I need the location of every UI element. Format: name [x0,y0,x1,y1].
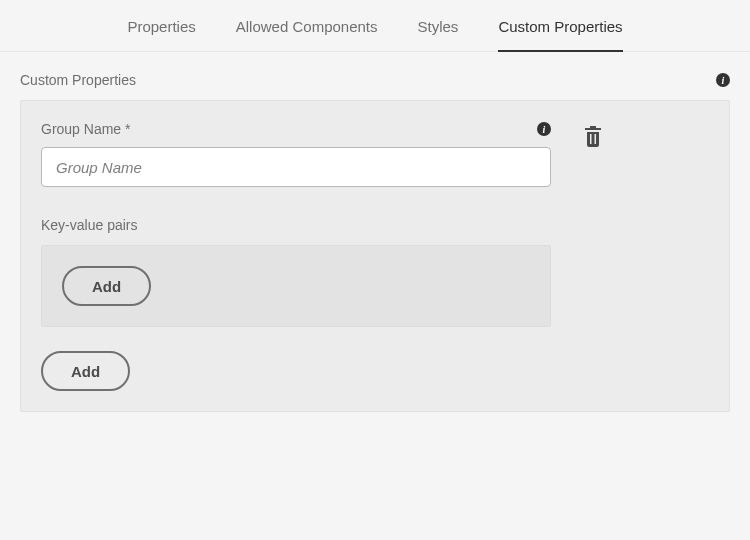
kv-pairs-panel: Add [41,245,551,327]
tab-custom-properties[interactable]: Custom Properties [498,18,622,51]
add-kv-button[interactable]: Add [62,266,151,306]
delete-group-button[interactable] [579,121,607,151]
section-title: Custom Properties [20,72,136,88]
tab-allowed-components[interactable]: Allowed Components [236,18,378,51]
add-group-button[interactable]: Add [41,351,130,391]
tab-properties[interactable]: Properties [127,18,195,51]
group-name-label-row: Group Name * i [41,121,551,137]
content-area: Custom Properties i Group Name * i Key-v… [0,52,750,432]
group-name-label: Group Name * [41,121,130,137]
add-group-row: Add [41,351,709,391]
tabs-bar: Properties Allowed Components Styles Cus… [0,0,750,52]
kv-pairs-label: Key-value pairs [41,217,709,233]
tab-styles[interactable]: Styles [418,18,459,51]
section-header: Custom Properties i [20,72,730,88]
info-icon[interactable]: i [537,122,551,136]
group-name-col: Group Name * i [41,121,551,187]
trash-icon [583,125,603,147]
group-panel: Group Name * i Key-value pairs Add Add [20,100,730,412]
group-name-input[interactable] [41,147,551,187]
info-icon[interactable]: i [716,73,730,87]
group-name-row: Group Name * i [41,121,709,187]
